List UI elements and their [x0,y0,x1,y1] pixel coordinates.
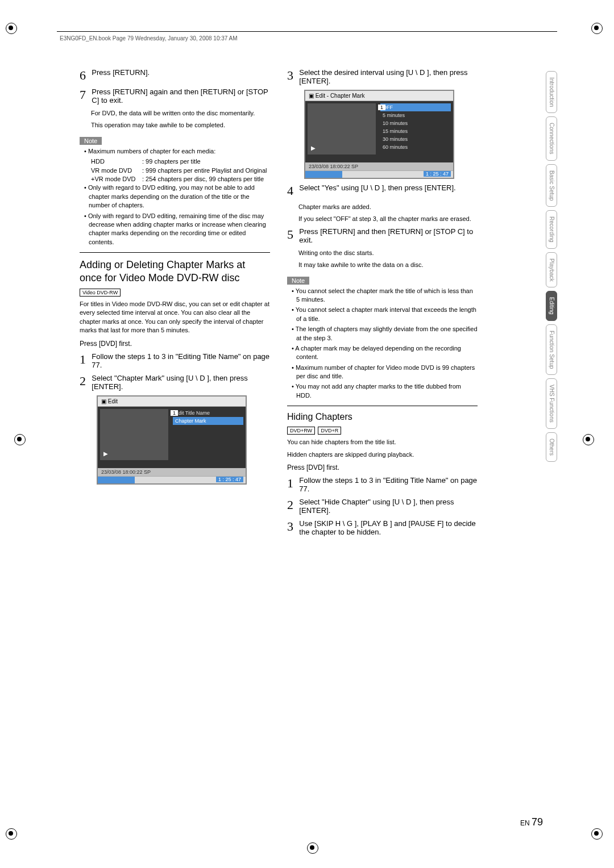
step-text: Select the desired interval using [U \ D… [299,68,477,85]
note-item: • You cannot select the chapter mark the… [292,287,478,304]
left-column: 6 Press [RETURN]. 7 Press [RETURN] again… [80,68,270,541]
progress-bar: 1 : 25 : 47 [98,476,246,483]
step-text: Follow the steps 1 to 3 in "Editing Titl… [299,476,477,493]
tab-playback[interactable]: Playback [546,252,557,288]
step-text: Press [RETURN] again and then [RETURN] o… [92,87,269,105]
tab-basic-setup[interactable]: Basic Setup [546,164,557,207]
ui-title: Edit [108,398,118,404]
preview-pane: ▶ [100,409,168,460]
progress-bar: 1 : 25 : 47 [305,170,453,178]
tab-editing[interactable]: Editing [546,291,557,321]
step-text: Select "Chapter Mark" using [U \ D ], th… [92,374,269,391]
elapsed-time: 1 : 25 : 47 [424,171,451,177]
section-tabs: Introduction Connections Basic Setup Rec… [546,71,557,462]
preview-pane: ▶ [308,103,376,155]
tab-recording[interactable]: Recording [546,210,557,249]
media-limit: : 999 chapters per entire Playlist and O… [142,166,270,175]
right-column: 3 Select the desired interval using [U \… [287,68,478,541]
play-icon: ▶ [311,145,316,151]
media-limit: : 254 chapters per disc, 99 chapters per… [142,175,270,183]
tab-introduction[interactable]: Introduction [546,71,557,113]
interval-menu-list: OFF 5 minutes 10 minutes 15 minutes 30 m… [376,103,451,160]
step-subtext: Writing onto the disc starts. [298,249,478,257]
status-datetime: 23/03/08 18:00:22 SP [305,162,453,170]
menu-item-10min[interactable]: 10 minutes [380,119,451,127]
note-item: • Maximum numbers of chapter for each me… [84,147,270,156]
tab-vhs-functions[interactable]: VHS Functions [546,378,557,429]
note-badge: Note [287,277,309,285]
section-divider [80,252,270,253]
note-item: • Maximum number of chapter for Video mo… [292,364,478,381]
title-number: 1 [171,410,178,416]
media-name: HDD [91,157,142,166]
menu-item-chapter-mark[interactable]: Chapter Mark [173,417,243,425]
step-subtext: It may take awhile to write the data on … [298,261,478,269]
step-number: 7 [80,87,90,102]
hdd-icon: ▣ [309,93,316,99]
crop-mark-icon [14,434,31,451]
play-icon: ▶ [103,450,108,457]
menu-item-5min[interactable]: 5 minutes [380,111,451,119]
step-text: Select "Hide Chapter" using [U \ D ], th… [299,498,477,515]
menu-item-edit-title-name[interactable]: Edit Title Name [173,409,243,417]
page-number-value: 79 [532,816,543,828]
chapter-mark-menu-screenshot: ▣ Edit - Chapter Mark ▶ 1 OFF 5 minutes … [304,90,454,179]
crop-mark-icon [583,434,600,451]
press-dvd-first: Press [DVD] first. [80,340,270,348]
step-number: 2 [80,374,90,389]
step-text: Follow the steps 1 to 3 in "Editing Titl… [92,352,269,369]
step-number: 4 [287,183,297,198]
note-item: • You may not add any chapter marks to t… [292,382,478,400]
note-item: • The length of chapters may slightly de… [292,325,478,343]
step-number: 3 [287,68,297,83]
step-number: 5 [287,227,297,242]
disc-badge-dvd-rw: Video DVD-RW [80,289,121,297]
note-list: • Maximum numbers of chapter for each me… [80,147,270,247]
section-heading: Hiding Chapters [287,412,478,422]
crop-mark-icon [6,828,23,845]
step-subtext: For DVD, the data will be written onto t… [91,109,270,118]
section-heading: Adding or Deleting Chapter Marks at once… [80,258,270,284]
crop-mark-icon [6,23,23,40]
title-number: 1 [378,105,385,110]
step-number: 1 [80,352,90,367]
elapsed-time: 1 : 25 : 47 [216,477,243,482]
tab-others[interactable]: Others [546,432,557,462]
manual-page: E3NG0FD_EN.book Page 79 Wednesday, Janua… [0,0,614,868]
crop-mark-icon [591,828,608,845]
note-item: • Only with regard to DVD editing, you m… [84,183,270,210]
page-header-meta: E3NG0FD_EN.book Page 79 Wednesday, Janua… [60,35,238,41]
chapter-limits-table: HDD: 99 chapters per title VR mode DVD: … [91,157,270,183]
menu-item-15min[interactable]: 15 minutes [380,127,451,135]
step-subtext: If you select "OFF" at step 3, all the c… [298,215,478,223]
step-text: Press [RETURN]. [92,68,269,77]
step-text: Use [SKIP H \ G ], [PLAY B ] and [PAUSE … [299,519,477,536]
step-number: 6 [80,68,90,83]
crop-mark-icon [307,842,324,859]
page-number: EN 79 [520,816,543,828]
media-name: +VR mode DVD [91,175,142,183]
media-name: VR mode DVD [91,166,142,175]
note-item: • You cannot select a chapter mark inter… [292,306,478,323]
section-intro: For titles in Video mode DVD-RW disc, yo… [80,300,270,335]
disc-badge-dvd-plus-r: DVD+R [318,427,341,435]
step-text: Press [RETURN] and then [RETURN] or [STO… [299,227,477,244]
menu-item-off[interactable]: OFF [380,103,451,111]
menu-item-30min[interactable]: 30 minutes [380,135,451,143]
step-text: Select "Yes" using [U \ D ], then press … [299,183,477,192]
note-list: • You cannot select the chapter mark the… [287,287,478,400]
press-dvd-first: Press [DVD] first. [287,464,478,471]
hdd-icon: ▣ [101,398,108,404]
note-item: • A chapter mark may be delayed dependin… [292,344,478,362]
tab-function-setup[interactable]: Function Setup [546,324,557,375]
step-subtext: Chapter marks are added. [298,203,478,211]
status-datetime: 23/03/08 18:00:22 SP [98,468,246,476]
edit-menu-screenshot: ▣ Edit ▶ 1 Edit Title Name Chapter Mark … [97,395,247,485]
tab-connections[interactable]: Connections [546,116,557,161]
edit-menu-list: Edit Title Name Chapter Mark [168,409,243,466]
menu-item-60min[interactable]: 60 minutes [380,143,451,151]
step-number: 1 [287,476,297,491]
step-number: 3 [287,519,297,534]
hiding-intro: You can hide chapters from the title lis… [287,438,478,446]
hiding-intro: Hidden chapters are skipped during playb… [287,450,478,459]
